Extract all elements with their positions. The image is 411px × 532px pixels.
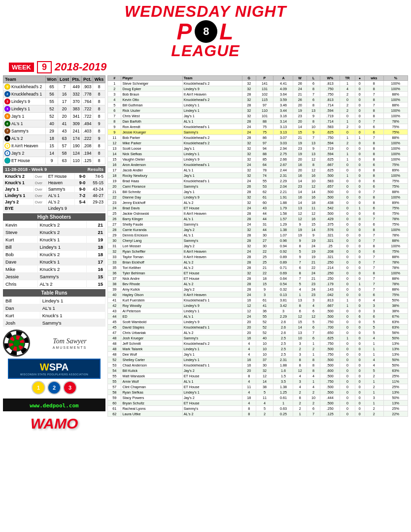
stats-col-header: ● <box>355 76 364 81</box>
stats-cell: 8 <box>242 411 256 417</box>
shooter-team: Knuck's 2 <box>37 221 87 229</box>
stats-cell: 20 <box>242 319 256 325</box>
stats-cell: Knucklehead's 2 <box>182 97 242 102</box>
col-won: Won <box>45 76 58 83</box>
stats-cell: 6 <box>365 184 383 189</box>
stats-cell: 7 <box>365 260 383 265</box>
stats-row: 6Rick UszlerLindey's 1321103.441913.5942… <box>108 108 408 113</box>
wks-cell: 8 <box>93 105 105 113</box>
stats-cell: 0 <box>355 227 364 233</box>
stats-cell: 63% <box>383 325 408 330</box>
stats-cell: 75 <box>256 130 274 135</box>
stats-cell: .576 <box>320 227 340 233</box>
stats-cell: 7 <box>307 330 320 335</box>
stats-cell: 0 <box>355 81 364 86</box>
stats-cell: 19 <box>293 108 307 113</box>
stats-cell: It Ain't Heaven <box>182 254 242 260</box>
stats-cell: 8 <box>365 227 383 233</box>
stats-cell: Barry Klinger <box>121 216 182 222</box>
stats-cell: 0 <box>355 260 364 265</box>
stats-cell: 3.42 <box>274 303 293 308</box>
stats-cell: 8 <box>365 173 383 178</box>
stats-cell: 54 <box>108 368 121 373</box>
stats-cell: 24 <box>242 249 256 254</box>
high-shooters-table: Kevin Knuck's 2 21 Steve Knuck's 2 21 Ku… <box>3 221 105 288</box>
standings-row: ET House 9 63 110 .125 8 <box>3 157 105 165</box>
result-score1: 7-2 <box>75 193 87 199</box>
stats-cell: 44 <box>256 211 274 216</box>
stats-cell: 28 <box>242 211 256 216</box>
pct-cell: .903 <box>82 83 93 91</box>
stats-cell: 4 <box>307 384 320 390</box>
stats-row: 41Kurt FuersteinKnucklehead's 116613.811… <box>108 298 408 303</box>
stats-cell: ET House <box>182 205 242 211</box>
stats-cell: 8 <box>307 162 320 167</box>
stats-cell: 2 <box>365 384 383 390</box>
pct-cell: .208 <box>82 142 93 150</box>
title-wednesday-night: WEDNESDAY NIGHT <box>5 3 406 20</box>
stats-cell: 13% <box>383 390 408 395</box>
stats-cell: .250 <box>320 406 340 411</box>
stats-row: 61Racheal LyonsSammy's850.6326.25000225% <box>108 406 408 411</box>
shooter-team: Knuck's 2 <box>37 266 87 273</box>
stats-cell: 14 <box>307 227 320 233</box>
stats-cell: Shelley Carter <box>121 357 182 363</box>
stats-cell: 28 <box>242 281 256 287</box>
stats-cell: 6 <box>307 308 320 314</box>
table-runs-section: Table Runs Bill Lindey's 1 Dan AL's 1 Ku… <box>3 289 105 327</box>
stats-cell: 6 <box>307 97 320 102</box>
stats-cell: 115 <box>256 97 274 102</box>
stats-cell: 32 <box>256 368 274 373</box>
stats-cell: Rick Uszler <box>121 108 182 113</box>
stats-cell: 62 <box>108 411 121 417</box>
stats-cell: Jeff Schmitt <box>121 341 182 346</box>
stats-cell: 32 <box>242 140 256 146</box>
stats-row: 48Josh KruegerSammy's16402.5106.62510450… <box>108 335 408 341</box>
stats-cell: 0 <box>340 379 355 384</box>
stats-cell: 78% <box>383 260 408 265</box>
stats-cell: ET House <box>182 270 242 276</box>
stats-cell: 28 <box>242 254 256 260</box>
stats-cell: 0.92 <box>274 249 293 254</box>
pts-cell: 174 <box>70 135 82 142</box>
stats-row: 33Brian EickhoffAL's 228250.89721.250007… <box>108 260 408 265</box>
week-label: WEEK <box>9 63 34 72</box>
stats-cell: Taylor Toman <box>121 254 182 260</box>
stats-cell: 78% <box>383 216 408 222</box>
stats-cell: 7 <box>365 233 383 238</box>
stats-cell: .542 <box>320 205 340 211</box>
stats-cell: 3 <box>365 303 383 308</box>
stats-cell: AL's 2 <box>182 260 242 265</box>
stats-cell: 0 <box>340 238 355 243</box>
stats-cell: 23 <box>293 113 307 119</box>
stats-cell: 19 <box>307 254 320 260</box>
stats-cell: Clint Chapman <box>121 384 182 390</box>
stats-cell: Aron Anderson <box>121 162 182 167</box>
stats-cell: 1 <box>274 400 293 406</box>
won-cell: 29 <box>45 128 58 135</box>
stats-cell: Ron Arendt <box>121 124 182 130</box>
stats-cell: 0 <box>340 308 355 314</box>
stats-cell: 7 <box>365 238 383 243</box>
stats-cell: Kevin Otto <box>121 97 182 102</box>
stats-cell: 7 <box>307 411 320 417</box>
stats-cell: 23 <box>293 184 307 189</box>
result-row: BYE Lindey's 9 <box>3 205 105 212</box>
high-shooters-title: High Shooters <box>3 213 105 221</box>
stats-cell: 32 <box>242 97 256 102</box>
stats-cell: 9 <box>108 124 121 130</box>
run-team: Sammy's <box>40 319 105 327</box>
stats-cell: 17 <box>108 167 121 173</box>
stats-cell: 0 <box>340 184 355 189</box>
stats-cell: 3.03 <box>274 140 293 146</box>
stats-cell: 0 <box>340 265 355 270</box>
stats-cell: 88% <box>383 102 408 108</box>
stats-cell: 16 <box>242 335 256 341</box>
stats-cell: 21 <box>307 260 320 265</box>
stats-cell: 7 <box>365 254 383 260</box>
stats-cell: 4 <box>365 363 383 368</box>
stats-cell: 25% <box>383 384 408 390</box>
won-cell: 52 <box>45 113 58 120</box>
high-shooters-section: High Shooters Kevin Knuck's 2 21 Steve K… <box>3 213 105 288</box>
wks-cell: 8 <box>93 128 105 135</box>
